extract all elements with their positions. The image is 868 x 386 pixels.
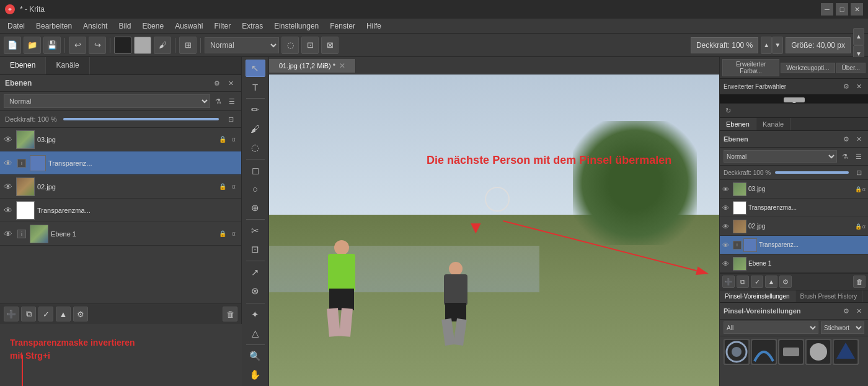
zoom-tool[interactable]: 🔍 [246, 348, 265, 365]
opacity-down[interactable]: ▼ [772, 37, 783, 54]
bg-color[interactable] [134, 37, 151, 54]
panel-settings-btn[interactable]: ⚙ [211, 78, 223, 89]
layer-visibility-toggle[interactable]: 👁 [2, 158, 14, 169]
color-wheel-area[interactable] [720, 94, 868, 104]
transform-tool[interactable]: ⊡ [246, 241, 265, 258]
layer-row[interactable]: 👁 02.jpg 🔒 α [0, 175, 241, 199]
right-layer-row[interactable]: 👁 Ebene 1 [720, 254, 868, 273]
layer-row[interactable]: 👁 03.jpg 🔒 α [0, 128, 241, 151]
brush-presets-close[interactable]: ✕ [853, 305, 864, 316]
layer-row[interactable]: 👁 Transparenzma... [0, 199, 241, 222]
menu-bild[interactable]: Bild [113, 20, 136, 32]
open-button[interactable]: 📁 [24, 37, 41, 54]
menu-ansicht[interactable]: Ansicht [78, 20, 112, 32]
pencil-tool[interactable]: ✏ [246, 101, 265, 119]
minimize-button[interactable]: ─ [821, 3, 833, 16]
text-tool[interactable]: T [246, 78, 265, 96]
wrap-around-button[interactable]: ⊠ [321, 37, 339, 54]
canvas-tab-close[interactable]: ✕ [339, 61, 345, 70]
right-delete-layer[interactable]: 🗑 [853, 276, 866, 288]
right-layer-eye[interactable]: 👁 [722, 204, 731, 212]
fill-tool[interactable]: ⊗ [246, 282, 265, 300]
maximize-button[interactable]: □ [836, 3, 848, 16]
right-tab-kanaele[interactable]: Kanäle [756, 118, 790, 130]
menu-auswahl[interactable]: Auswahl [170, 20, 208, 32]
layer-visibility-toggle[interactable]: 👁 [2, 181, 14, 192]
new-button[interactable]: 📄 [4, 37, 21, 54]
close-button[interactable]: ✕ [851, 3, 863, 16]
ellipse-select-tool[interactable]: ○ [246, 181, 265, 198]
color-picker-settings[interactable]: ⚙ [841, 81, 852, 92]
right-layers-close[interactable]: ✕ [853, 133, 864, 145]
menu-hilfe[interactable]: Hilfe [361, 20, 386, 32]
right-layer-row[interactable]: 👁 03.jpg 🔒 α [720, 180, 868, 199]
menu-extras[interactable]: Extras [237, 20, 268, 32]
contiguous-select-tool[interactable]: ⊕ [246, 199, 265, 217]
blend-mode-select[interactable]: Normal [205, 37, 279, 53]
view-options-btn[interactable]: ☰ [226, 96, 237, 107]
rect-select-tool[interactable]: ◻ [246, 162, 265, 179]
right-view-btn[interactable]: ☰ [853, 151, 864, 162]
eraser-tool[interactable]: ◌ [246, 139, 265, 156]
brush-preset-item[interactable] [751, 339, 777, 365]
right-add-layer[interactable]: ➕ [722, 276, 735, 288]
brush-tag-select[interactable]: Stichwort [821, 321, 864, 334]
size-up[interactable]: ▲ [853, 28, 864, 45]
crop-tool[interactable]: ✂ [246, 222, 265, 240]
right-layers-settings[interactable]: ⚙ [841, 133, 852, 145]
right-opacity-slider[interactable] [775, 171, 849, 174]
menu-bearbeiten[interactable]: Bearbeiten [31, 20, 77, 32]
layer-row[interactable]: 👁 i Transparenz... [0, 151, 241, 175]
right-layer-row[interactable]: 👁 i Transparenz... [720, 236, 868, 254]
opacity-spinner[interactable]: ▲ ▼ [761, 37, 783, 54]
right-panel-refresh[interactable]: ↻ [722, 105, 733, 116]
layer-visibility-toggle[interactable]: 👁 [2, 228, 14, 240]
gradient-tool[interactable]: ↗ [246, 264, 265, 281]
brush-preset-btn[interactable]: 🖌 [154, 37, 171, 54]
right-move-up[interactable]: ▲ [765, 276, 777, 288]
right-duplicate-layer[interactable]: ⧉ [737, 276, 749, 288]
right-layer-eye[interactable]: 👁 [722, 186, 731, 193]
right-opacity-lock[interactable]: ⊡ [853, 167, 864, 178]
right-layer-row[interactable]: 👁 Transparenzma... [720, 199, 868, 217]
path-tool[interactable]: ✦ [246, 305, 265, 323]
opacity-up[interactable]: ▲ [761, 37, 772, 54]
menu-fenster[interactable]: Fenster [325, 20, 360, 32]
move-down-btn[interactable]: ✓ [38, 307, 53, 321]
menu-filter[interactable]: Filter [210, 20, 236, 32]
brush-preset-item[interactable] [778, 339, 804, 365]
wrap-btn[interactable]: ⊞ [179, 37, 197, 54]
canvas-tab[interactable]: 01.jpg (17,2 MiB) * ✕ [269, 59, 356, 73]
right-layer-eye[interactable]: 👁 [722, 223, 731, 230]
right-blend-select[interactable]: Normal [724, 150, 837, 163]
select-tool[interactable]: ↖ [246, 60, 265, 77]
menu-ebene[interactable]: Ebene [137, 20, 169, 32]
right-layer-eye[interactable]: 👁 [722, 260, 731, 267]
menu-einstellungen[interactable]: Einstellungen [269, 20, 324, 32]
brush-tab-history[interactable]: Brush Preset History [795, 290, 863, 302]
canvas-content[interactable]: Die nächste Person mit dem Pinsel überma… [269, 74, 719, 386]
brush-preset-item[interactable] [805, 339, 831, 365]
save-button[interactable]: 💾 [43, 37, 61, 54]
pan-tool[interactable]: ✋ [246, 366, 265, 384]
right-properties[interactable]: ⚙ [779, 276, 792, 288]
color-wheel[interactable] [773, 97, 816, 104]
filter-btn[interactable]: ⚗ [213, 96, 224, 107]
brush-preset-item[interactable] [724, 339, 750, 365]
tab-ebenen[interactable]: Ebenen [0, 57, 46, 74]
werkzeugopti-btn[interactable]: Werkzeugopti... [781, 63, 835, 73]
color-picker-close[interactable]: ✕ [853, 81, 864, 92]
duplicate-layer-btn[interactable]: ⧉ [21, 307, 36, 321]
window-controls[interactable]: ─ □ ✕ [821, 3, 863, 16]
layer-properties-btn[interactable]: ⚙ [73, 307, 88, 321]
brush-filter-select[interactable]: All [724, 321, 818, 334]
layer-blend-select[interactable]: Normal [4, 94, 210, 108]
preserve-alpha-button[interactable]: ⊡ [301, 37, 319, 54]
right-filter-btn[interactable]: ⚗ [839, 151, 851, 162]
right-layer-eye[interactable]: 👁 [722, 241, 731, 249]
right-layer-row[interactable]: 👁 02.jpg 🔒 α [720, 217, 868, 236]
tab-kanaele[interactable]: Kanäle [46, 57, 89, 74]
erweiterter-farbw-btn[interactable]: Erweiterter Farbw... [722, 59, 779, 76]
eraser-button[interactable]: ◌ [281, 37, 299, 54]
shape-tool[interactable]: △ [246, 325, 265, 342]
